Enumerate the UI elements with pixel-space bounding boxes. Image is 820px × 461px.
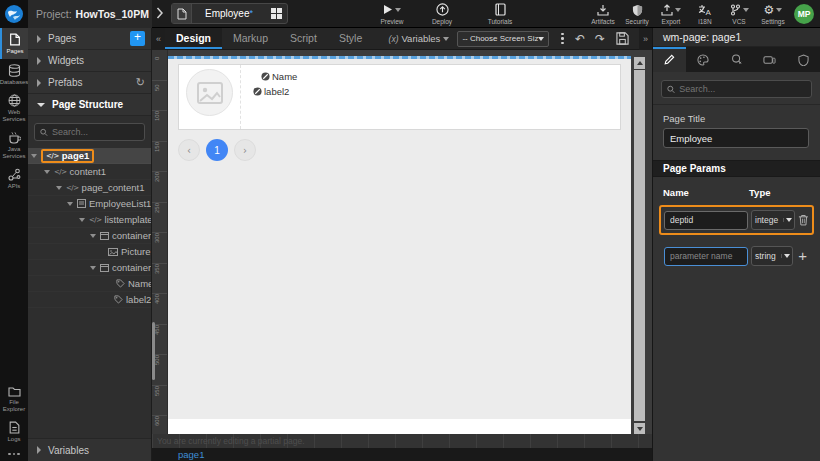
svg-text:A: A — [706, 8, 712, 16]
pencil-icon — [664, 54, 675, 65]
user-avatar[interactable]: MP — [794, 4, 814, 24]
section-page-structure[interactable]: Page Structure — [28, 94, 151, 116]
tab-design[interactable]: Design — [165, 28, 222, 49]
page-content-area[interactable]: Name label2 ‹ 1 › — [168, 59, 631, 419]
image-icon — [197, 82, 223, 104]
section-widgets[interactable]: Widgets — [28, 50, 151, 72]
refresh-icon[interactable]: ↻ — [136, 76, 145, 89]
tab-security[interactable] — [787, 47, 820, 72]
image-placeholder[interactable] — [186, 69, 233, 116]
redo-button[interactable]: ↷ — [590, 29, 610, 49]
caret-down-icon[interactable] — [67, 202, 73, 206]
globe-icon — [8, 94, 21, 107]
label2-widget[interactable]: label2 — [253, 86, 620, 97]
save-button[interactable] — [610, 32, 635, 45]
prev-page-button[interactable]: ‹ — [178, 139, 200, 161]
section-prefabs[interactable]: Prefabs ↻ — [28, 72, 151, 94]
preview-button[interactable]: Preview — [370, 3, 414, 25]
scroll-up-button[interactable] — [634, 57, 645, 69]
sidebar-item-web-services[interactable]: Web Services — [0, 89, 28, 126]
more-options-icon[interactable] — [0, 447, 28, 461]
sidebar-item-apis[interactable]: APIs — [0, 163, 28, 194]
screen-size-select[interactable]: -- Choose Screen Size -- — [457, 31, 549, 47]
caret-down-icon[interactable] — [56, 186, 62, 190]
tree-item-container2[interactable]: container2 — [28, 260, 151, 276]
properties-panel-title: wm-page: page1 — [653, 28, 820, 47]
tab-devices[interactable] — [753, 47, 786, 72]
tree-item-page-content1[interactable]: </> page_content1 — [28, 180, 151, 196]
tree-item-label: Picture — [121, 246, 151, 257]
param-type-select[interactable]: intege — [751, 210, 795, 230]
picture-cell[interactable] — [179, 65, 241, 129]
new-param-name-input[interactable] — [664, 247, 748, 266]
export-button[interactable]: Export — [654, 3, 688, 25]
page-title-input[interactable] — [663, 128, 809, 148]
sidebar-item-java-services[interactable]: Java Services — [0, 126, 28, 163]
sidebar-item-logs[interactable]: Logs — [0, 416, 28, 447]
current-page-button[interactable]: 1 — [206, 139, 228, 161]
tab-events[interactable] — [720, 47, 753, 72]
canvas-scrollbar[interactable] — [634, 57, 645, 431]
tutorials-button[interactable]: Tutorials — [478, 3, 522, 25]
tab-script[interactable]: Script — [279, 28, 328, 49]
tree-item-picture[interactable]: Picture — [28, 244, 151, 260]
undo-button[interactable]: ↶ — [570, 29, 590, 49]
name-widget[interactable]: Name — [261, 71, 620, 82]
deploy-button[interactable]: Deploy — [420, 3, 464, 25]
tree-item-name[interactable]: Name — [28, 276, 151, 292]
caret-down-icon[interactable] — [79, 218, 85, 222]
open-page-tab[interactable]: Employee* — [171, 3, 288, 24]
dashboard-grid-icon[interactable] — [271, 8, 282, 19]
section-pages[interactable]: Pages + — [28, 28, 151, 50]
tree-item-employeelist1[interactable]: EmployeeList1 — [28, 196, 151, 212]
palette-icon — [697, 54, 709, 66]
security-button[interactable]: Security — [620, 3, 654, 25]
selected-node-box: </> page1 — [41, 149, 94, 163]
employee-list-widget[interactable]: Name label2 — [178, 64, 621, 130]
properties-search[interactable] — [661, 80, 812, 98]
caret-down-icon[interactable] — [31, 154, 37, 158]
add-page-button[interactable]: + — [130, 31, 145, 46]
caret-down-icon[interactable] — [90, 234, 96, 238]
properties-search-input[interactable] — [679, 84, 806, 94]
tree-item-listtemplate1[interactable]: </> listtemplate1 — [28, 212, 151, 228]
tab-properties[interactable] — [653, 47, 686, 72]
tab-markup[interactable]: Markup — [222, 28, 279, 49]
next-page-button[interactable]: › — [234, 139, 256, 161]
scrollbar-thumb[interactable] — [634, 70, 645, 421]
new-param-type-select[interactable]: string — [751, 246, 793, 266]
structure-search[interactable] — [34, 123, 145, 141]
param-name-input[interactable] — [664, 211, 748, 230]
editor-toolbar: « Design Markup Script Style (x) Variabl… — [152, 28, 652, 50]
settings-button[interactable]: ⚙ Settings — [756, 3, 790, 25]
tab-style[interactable]: Style — [328, 28, 373, 49]
i18n-button[interactable]: A i18N — [688, 3, 722, 25]
caret-down-icon[interactable] — [90, 266, 96, 270]
section-variables[interactable]: Variables — [28, 438, 151, 461]
code-icon: </> — [66, 184, 79, 192]
sidebar-item-databases[interactable]: Databases — [0, 59, 28, 90]
select-caret-icon — [784, 254, 790, 258]
artifacts-button[interactable]: Artifacts — [586, 3, 620, 25]
more-menu-icon[interactable] — [555, 33, 570, 45]
tab-styles[interactable] — [686, 47, 719, 72]
tree-item-content1[interactable]: </> content1 — [28, 164, 151, 180]
collapse-left-panel-button[interactable]: « — [152, 28, 165, 50]
caret-down-icon[interactable] — [44, 170, 50, 174]
tree-item-container1[interactable]: container1 — [28, 228, 151, 244]
toggle-right-panel-button[interactable]: » — [639, 28, 652, 50]
status-page-name[interactable]: page1 — [178, 449, 204, 460]
wavemaker-logo[interactable] — [0, 0, 28, 28]
sidebar-item-pages[interactable]: Pages — [0, 28, 28, 59]
sidebar-item-file-explorer[interactable]: File Explorer — [0, 381, 28, 416]
add-param-button[interactable]: + — [796, 249, 809, 263]
tree-item-page1[interactable]: </> page1 — [28, 148, 151, 164]
structure-search-input[interactable] — [52, 127, 139, 137]
variables-dropdown[interactable]: (x) Variables — [389, 33, 450, 44]
delete-param-icon[interactable] — [798, 214, 809, 226]
vcs-button[interactable]: VCS — [722, 3, 756, 25]
design-canvas[interactable]: Name label2 ‹ 1 › — [168, 56, 631, 434]
tree-item-label2[interactable]: label2 — [28, 292, 151, 308]
label-cell[interactable]: Name label2 — [241, 65, 620, 129]
label-tag-icon — [114, 295, 123, 304]
